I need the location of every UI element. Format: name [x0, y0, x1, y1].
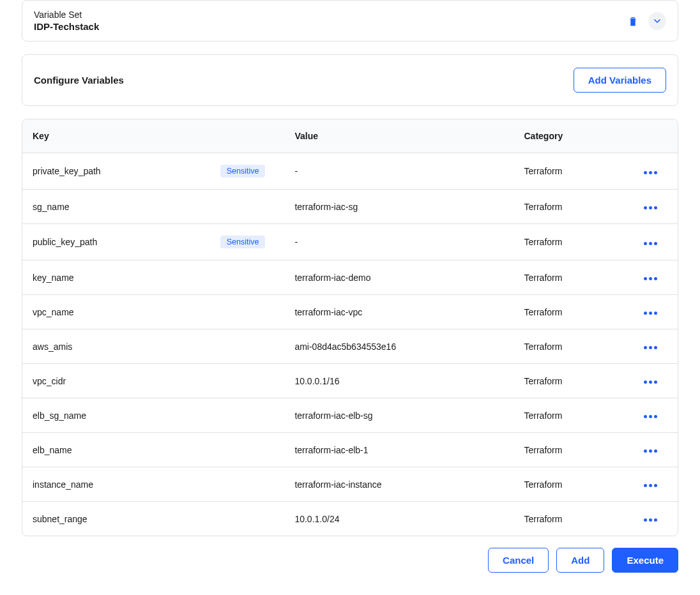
variable-category: Terraform [514, 502, 625, 536]
row-actions-button[interactable] [641, 204, 660, 212]
variable-key: instance_name [33, 479, 93, 490]
table-row: sg_nameterraform-iac-sgTerraform [22, 190, 678, 224]
variable-value: ami-08d4ac5b634553e16 [284, 329, 514, 364]
column-header-value: Value [284, 119, 514, 153]
variable-key: sg_name [33, 202, 70, 212]
variable-key: public_key_path [33, 237, 97, 247]
variables-table-card: Key Value Category private_key_pathSensi… [22, 119, 678, 536]
column-header-key: Key [22, 119, 284, 153]
row-actions-button[interactable] [641, 378, 660, 386]
variable-key: aws_amis [33, 342, 72, 352]
variable-category: Terraform [514, 295, 625, 329]
delete-button[interactable] [624, 12, 642, 30]
more-horizontal-icon [644, 484, 657, 487]
row-actions-button[interactable] [641, 275, 660, 283]
variable-key: elb_sg_name [33, 410, 86, 421]
add-button[interactable]: Add [556, 548, 604, 573]
collapse-button[interactable] [648, 12, 666, 30]
variable-value: 10.0.0.1/16 [284, 364, 514, 398]
variable-set-header: Variable Set IDP-Techstack [22, 0, 678, 41]
variable-category: Terraform [514, 398, 625, 433]
variable-value: terraform-iac-sg [284, 190, 514, 224]
configure-title: Configure Variables [34, 75, 124, 86]
more-horizontal-icon [644, 312, 657, 315]
more-horizontal-icon [644, 171, 657, 174]
variable-category: Terraform [514, 224, 625, 260]
variable-value: terraform-iac-demo [284, 260, 514, 295]
execute-button[interactable]: Execute [612, 548, 678, 573]
variables-table: Key Value Category private_key_pathSensi… [22, 119, 678, 536]
variable-category: Terraform [514, 329, 625, 364]
more-horizontal-icon [644, 242, 657, 245]
variable-category: Terraform [514, 364, 625, 398]
variable-key: private_key_path [33, 166, 101, 176]
variable-key: key_name [33, 273, 74, 283]
table-row: instance_nameterraform-iac-instanceTerra… [22, 467, 678, 502]
row-actions-button[interactable] [641, 412, 660, 421]
header-title: IDP-Techstack [34, 21, 99, 32]
configure-variables-card: Configure Variables Add Variables [22, 54, 678, 106]
variable-key: vpc_cidr [33, 376, 66, 386]
more-horizontal-icon [644, 206, 657, 209]
more-horizontal-icon [644, 346, 657, 349]
table-row: key_nameterraform-iac-demoTerraform [22, 260, 678, 295]
chevron-down-icon [652, 16, 662, 26]
cancel-button[interactable]: Cancel [488, 548, 549, 573]
more-horizontal-icon [644, 449, 657, 453]
row-actions-button[interactable] [641, 516, 660, 524]
table-row: vpc_nameterraform-iac-vpcTerraform [22, 295, 678, 329]
variable-category: Terraform [514, 190, 625, 224]
add-variables-button[interactable]: Add Variables [574, 68, 666, 93]
variable-value: terraform-iac-elb-1 [284, 433, 514, 467]
column-header-actions [625, 119, 678, 153]
table-row: vpc_cidr10.0.0.1/16Terraform [22, 364, 678, 398]
footer-actions: Cancel Add Execute [22, 548, 678, 592]
trash-icon [627, 15, 639, 27]
sensitive-badge: Sensitive [220, 165, 266, 177]
variable-category: Terraform [514, 153, 625, 190]
row-actions-button[interactable] [641, 239, 660, 248]
sensitive-badge: Sensitive [220, 236, 266, 248]
more-horizontal-icon [644, 277, 657, 280]
row-actions-button[interactable] [641, 169, 660, 177]
row-actions-button[interactable] [641, 447, 660, 455]
variable-category: Terraform [514, 260, 625, 295]
variable-value: 10.0.1.0/24 [284, 502, 514, 536]
variable-key: elb_name [33, 445, 72, 455]
more-horizontal-icon [644, 380, 657, 384]
column-header-category: Category [514, 119, 625, 153]
variable-category: Terraform [514, 467, 625, 502]
more-horizontal-icon [644, 518, 657, 522]
row-actions-button[interactable] [641, 481, 660, 490]
row-actions-button[interactable] [641, 343, 660, 352]
table-row: elb_sg_nameterraform-iac-elb-sgTerraform [22, 398, 678, 433]
header-label: Variable Set [34, 10, 99, 20]
variable-value: - [284, 224, 514, 260]
variable-key: vpc_name [33, 307, 74, 317]
variable-value: terraform-iac-instance [284, 467, 514, 502]
variable-value: terraform-iac-vpc [284, 295, 514, 329]
table-row: elb_nameterraform-iac-elb-1Terraform [22, 433, 678, 467]
variable-category: Terraform [514, 433, 625, 467]
table-row: aws_amisami-08d4ac5b634553e16Terraform [22, 329, 678, 364]
variable-key: subnet_range [33, 514, 88, 524]
more-horizontal-icon [644, 415, 657, 418]
variable-value: terraform-iac-elb-sg [284, 398, 514, 433]
table-row: private_key_pathSensitive-Terraform [22, 153, 678, 190]
variable-value: - [284, 153, 514, 190]
table-row: subnet_range10.0.1.0/24Terraform [22, 502, 678, 536]
table-row: public_key_pathSensitive-Terraform [22, 224, 678, 260]
row-actions-button[interactable] [641, 309, 660, 317]
